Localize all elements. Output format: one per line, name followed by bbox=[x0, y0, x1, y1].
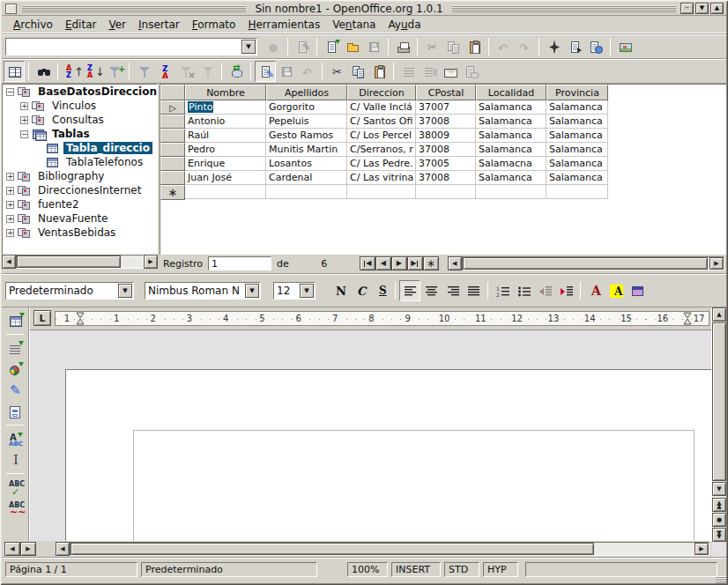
grid-cell[interactable]: Salamanca bbox=[546, 100, 608, 115]
explorer-toggle-button[interactable] bbox=[4, 61, 25, 82]
grid-cell[interactable]: Salamacna bbox=[476, 157, 546, 171]
row-header[interactable] bbox=[160, 143, 185, 157]
grid-cell[interactable] bbox=[416, 185, 476, 199]
grid-cell[interactable]: Pinto bbox=[185, 100, 266, 115]
resize-grip[interactable] bbox=[716, 576, 726, 583]
autofilter-button[interactable]: + bbox=[104, 61, 125, 82]
grid-cell[interactable]: Salamanca bbox=[546, 129, 608, 143]
title-bar[interactable]: Sin nombre1 - OpenOffice.org 1.0.1 −▼▲ bbox=[2, 2, 726, 16]
page-indicator[interactable]: Página 1 / 1 bbox=[5, 562, 137, 577]
menu-ayuda[interactable]: Ayuda bbox=[382, 17, 427, 33]
record-number-input[interactable]: 1 bbox=[208, 256, 271, 270]
expand-icon[interactable]: + bbox=[20, 116, 28, 124]
increase-indent-button[interactable] bbox=[555, 280, 576, 301]
paragraph-style-value[interactable]: Predeterminado bbox=[6, 285, 118, 297]
url-combobox[interactable]: ▼ bbox=[5, 38, 257, 56]
grid-cell[interactable]: Salamanca bbox=[546, 171, 608, 185]
scroll-down-icon[interactable]: ▼ bbox=[712, 482, 726, 496]
direct-cursor-button[interactable]: I bbox=[4, 449, 26, 470]
grid-cell[interactable]: 37005 bbox=[416, 157, 476, 171]
column-header-direccion[interactable]: Direccion bbox=[347, 85, 416, 100]
scroll-up-icon[interactable]: ▲ bbox=[712, 307, 726, 322]
document-workspace[interactable] bbox=[30, 330, 711, 541]
grid-cell[interactable]: 37008 bbox=[416, 115, 476, 129]
paragraph-style-combobox[interactable]: Predeterminado ▼ bbox=[5, 282, 134, 300]
minimize-button[interactable]: − bbox=[680, 3, 694, 14]
column-header-nombre[interactable]: Nombre bbox=[185, 85, 266, 100]
autospellcheck-button[interactable]: ABC~~ bbox=[4, 498, 26, 519]
menu-archivo[interactable]: Archivo bbox=[7, 17, 59, 33]
tree-item-direccionesinternet[interactable]: +DireccionesInternet bbox=[3, 183, 157, 197]
font-size-value[interactable]: 12 bbox=[274, 285, 300, 297]
grid-cell[interactable]: Gorgorito bbox=[266, 100, 347, 115]
grid-cell[interactable]: Pepeluis bbox=[266, 115, 347, 129]
font-name-value[interactable]: Nimbus Roman N bbox=[145, 285, 245, 297]
document-page[interactable] bbox=[65, 369, 711, 541]
grid-cell[interactable] bbox=[185, 185, 266, 199]
toolbar-scroll-right-icon[interactable]: ▶ bbox=[20, 542, 36, 556]
insert-object-button[interactable] bbox=[4, 359, 26, 380]
grid-cell[interactable]: Salamanca bbox=[546, 157, 608, 171]
tree-item-tablas[interactable]: −Tablas bbox=[3, 127, 157, 141]
grid-cell[interactable]: Munitis Martin bbox=[266, 143, 347, 157]
first-record-button[interactable]: ◀ bbox=[360, 256, 375, 270]
grid-cell[interactable]: Pedro bbox=[185, 143, 266, 157]
menu-ver[interactable]: Ver bbox=[102, 17, 132, 33]
print-file-button[interactable] bbox=[392, 36, 413, 57]
tree-item-tabla_direccio[interactable]: Tabla_direccio bbox=[3, 141, 157, 155]
sort-dialog-button[interactable]: ZA bbox=[154, 61, 175, 82]
menu-herramientas[interactable]: Herramientas bbox=[241, 17, 326, 33]
gallery-button[interactable] bbox=[614, 36, 635, 57]
tree-item-consultas[interactable]: +Consultas bbox=[3, 113, 157, 127]
tab-type-selector[interactable]: L bbox=[33, 310, 51, 326]
chevron-down-icon[interactable]: ▼ bbox=[241, 40, 256, 54]
grid-cell[interactable]: C/ Las Pedre. bbox=[347, 157, 416, 171]
new-document-button[interactable] bbox=[321, 36, 342, 57]
navigator-button[interactable] bbox=[543, 36, 564, 57]
column-header-provincia[interactable]: Provincia bbox=[546, 85, 608, 100]
grid-cell[interactable]: Salamanca bbox=[476, 129, 546, 143]
insert-mode[interactable]: INSERT bbox=[391, 562, 441, 577]
standard-filter-button[interactable] bbox=[133, 61, 154, 82]
grid-cell[interactable]: Salamanca bbox=[546, 115, 608, 129]
tree-item-fuente2[interactable]: +fuente2 bbox=[3, 197, 157, 211]
grid-scroll-right-icon[interactable]: ▶ bbox=[709, 257, 724, 270]
sort-descending-button[interactable]: ZA↓ bbox=[83, 61, 104, 82]
row-header[interactable] bbox=[160, 157, 185, 171]
refresh-button[interactable]: ⇄ bbox=[226, 61, 247, 82]
align-left-button[interactable] bbox=[399, 280, 420, 301]
selection-mode[interactable]: STD bbox=[444, 562, 479, 577]
hyperlink-dialog-button[interactable] bbox=[585, 36, 606, 57]
column-header-cpostal[interactable]: CPostal bbox=[416, 85, 476, 100]
column-header-localidad[interactable]: Localidad bbox=[476, 85, 546, 100]
status-extra[interactable] bbox=[525, 562, 717, 577]
tree-item-vinculos[interactable]: +Vinculos bbox=[3, 99, 157, 113]
horizontal-ruler[interactable]: 11234567891011121314151617 bbox=[55, 311, 709, 326]
grid-cell[interactable]: Antonio bbox=[185, 115, 266, 129]
insert-table-button[interactable] bbox=[4, 310, 26, 331]
align-justify-button[interactable] bbox=[463, 280, 484, 301]
menu-ventana[interactable]: Ventana bbox=[326, 17, 382, 33]
menu-editar[interactable]: Editar bbox=[59, 17, 103, 33]
paste-button[interactable] bbox=[464, 36, 485, 57]
next-record-button[interactable]: ▶ bbox=[391, 256, 407, 270]
row-header[interactable]: ▷ bbox=[160, 100, 185, 115]
page-style[interactable]: Predeterminado bbox=[141, 562, 317, 577]
numbered-list-button[interactable]: 12 bbox=[492, 280, 513, 301]
grid-cell[interactable]: C/ Los Percel bbox=[347, 129, 416, 143]
grid-cell[interactable]: 38009 bbox=[416, 129, 476, 143]
tree-item-tablatelefonos[interactable]: TablaTelefonos bbox=[3, 155, 157, 169]
last-record-button[interactable]: ▶ bbox=[407, 256, 423, 270]
grid-cell[interactable]: Juan José bbox=[185, 171, 266, 185]
form-functions-button[interactable] bbox=[4, 401, 26, 422]
paste-button[interactable] bbox=[368, 61, 390, 82]
insert-fields-button[interactable] bbox=[4, 337, 26, 359]
grid-cell[interactable]: Enrique bbox=[185, 157, 266, 171]
sort-ascending-button[interactable]: AZ↑ bbox=[62, 61, 83, 82]
expand-icon[interactable]: + bbox=[6, 215, 14, 223]
grid-cell[interactable]: Gesto Ramos bbox=[266, 129, 347, 143]
grid-cell[interactable]: Losantos bbox=[266, 157, 347, 171]
navigation-button[interactable]: ● bbox=[712, 513, 726, 527]
window-system-icon[interactable] bbox=[5, 4, 17, 14]
tree-item-basedatosdireccion[interactable]: −BaseDatosDireccion bbox=[3, 85, 157, 99]
